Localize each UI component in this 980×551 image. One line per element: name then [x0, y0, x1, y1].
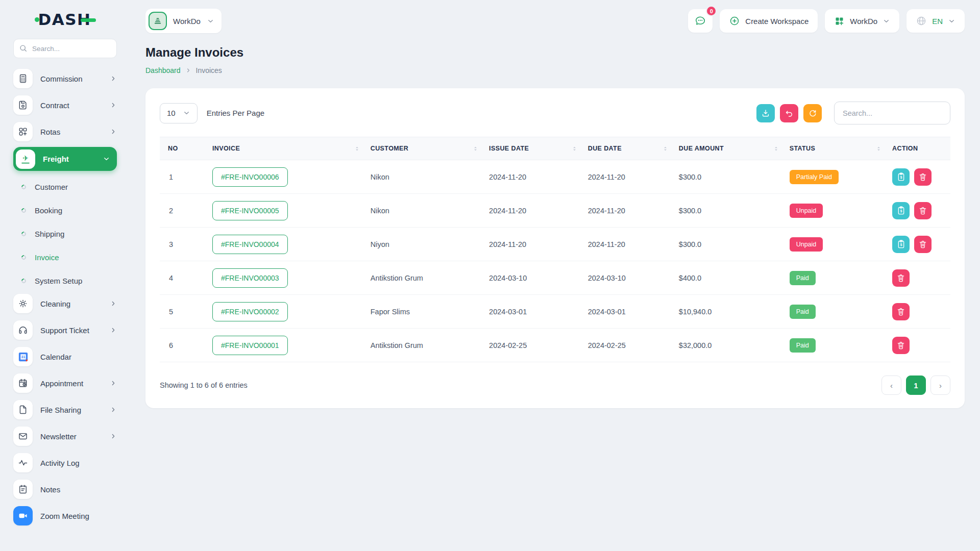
invoice-number-button[interactable]: #FRE-INVO00004 [212, 235, 288, 254]
workspace-chip[interactable]: WorkDo [145, 9, 222, 33]
sidebar-item-label: Zoom Meeting [40, 512, 89, 520]
showing-entries-text: Showing 1 to 6 of 6 entries [160, 381, 248, 389]
sidebar-item-rotas[interactable]: Rotas [13, 120, 117, 143]
cell-no: 6 [160, 329, 207, 362]
sidebar-item-appointment[interactable]: Appointment [13, 372, 117, 394]
column-header-due-date[interactable]: DUE DATE [583, 137, 674, 160]
pagination-page-1-button[interactable]: 1 [906, 375, 926, 395]
table-search-input[interactable] [834, 102, 950, 124]
sidebar-item-freight[interactable]: ✈ Freight [13, 147, 117, 171]
column-header-issue-date[interactable]: ISSUE DATE [484, 137, 583, 160]
column-header-status[interactable]: STATUS [785, 137, 887, 160]
refresh-button[interactable] [803, 104, 822, 122]
workspace-menu-label: WorkDo [850, 17, 877, 26]
sidebar-subitem-customer[interactable]: Customer [13, 175, 117, 198]
delete-button[interactable] [892, 269, 910, 287]
sidebar-search [13, 39, 117, 58]
sidebar-item-commission[interactable]: Commission [13, 67, 117, 90]
refresh-icon [808, 109, 817, 118]
sort-icon [871, 145, 882, 152]
column-header-invoice[interactable]: INVOICE [207, 137, 365, 160]
sidebar-nav: Commission Contract Rotas ✈ Freight Cust… [13, 67, 117, 527]
brand-logo[interactable]: DASH [13, 8, 117, 31]
sidebar-item-calendar[interactable]: 31 Calendar [13, 345, 117, 368]
delete-button[interactable] [914, 202, 932, 219]
create-workspace-button[interactable]: Create Workspace [720, 9, 818, 33]
cell-action [887, 295, 950, 329]
invoice-number-button[interactable]: #FRE-INVO00005 [212, 201, 288, 220]
column-header-label: ACTION [892, 145, 918, 152]
globe-icon [916, 15, 927, 27]
sidebar-item-activity-log[interactable]: Activity Log [13, 452, 117, 474]
invoice-number-button[interactable]: #FRE-INVO00001 [212, 336, 288, 355]
entries-per-page-select[interactable]: 10 [160, 103, 198, 123]
status-badge: Unpaid [790, 237, 823, 252]
file-icon [18, 405, 28, 415]
cell-action: $ [887, 228, 950, 261]
language-selector[interactable]: EN [906, 9, 965, 33]
delete-button[interactable] [892, 337, 910, 354]
pagination: ‹ 1 › [881, 375, 950, 395]
svg-text:$: $ [900, 243, 902, 247]
pagination-next-button[interactable]: › [930, 375, 950, 395]
sidebar-item-file-sharing[interactable]: File Sharing [13, 398, 117, 421]
chevron-right-icon [110, 433, 117, 440]
cell-due-amount: $300.0 [674, 194, 785, 228]
pagination-prev-button[interactable]: ‹ [881, 375, 901, 395]
delete-button[interactable] [914, 168, 932, 186]
undo-button[interactable] [780, 104, 798, 122]
invoice-number-button[interactable]: #FRE-INVO00006 [212, 167, 288, 187]
freight-plane-icon: ✈ [20, 154, 31, 165]
sidebar-item-cleaning[interactable]: Cleaning [13, 292, 117, 315]
sidebar-subitem-invoice[interactable]: Invoice [13, 245, 117, 269]
chevron-down-icon [207, 17, 214, 25]
column-header-due-amount[interactable]: DUE AMOUNT [674, 137, 785, 160]
table-footer: Showing 1 to 6 of 6 entries ‹ 1 › [160, 375, 950, 395]
column-header-label: CUSTOMER [371, 145, 409, 152]
create-workspace-label: Create Workspace [745, 17, 808, 26]
workspace-menu-button[interactable]: WorkDo [825, 9, 899, 33]
delete-button[interactable] [914, 236, 932, 253]
cell-customer: Nikon [365, 194, 484, 228]
cell-no: 1 [160, 160, 207, 194]
calculator-icon [18, 73, 28, 84]
chevron-right-icon [110, 75, 117, 82]
export-button[interactable] [756, 104, 775, 122]
chevron-right-icon [110, 380, 117, 387]
sidebar-item-contract[interactable]: Contract [13, 94, 117, 116]
sidebar-subitem-shipping[interactable]: Shipping [13, 222, 117, 245]
table-header-row: NO INVOICE CUSTOMER ISSUE DATE DUE DATE … [160, 137, 950, 160]
payment-button[interactable]: $ [892, 236, 910, 253]
download-icon [761, 109, 770, 118]
cell-customer: Niyon [365, 228, 484, 261]
table-toolbar: 10 Entries Per Page [160, 102, 950, 124]
language-label: EN [932, 17, 943, 26]
cell-customer: Antikstion Grum [365, 261, 484, 295]
status-badge: Partialy Paid [790, 170, 839, 184]
sidebar-item-support-ticket[interactable]: Support Ticket [13, 319, 117, 341]
sidebar-subitem-system-setup[interactable]: System Setup [13, 269, 117, 292]
delete-button[interactable] [892, 303, 910, 320]
sidebar-search-input[interactable] [13, 39, 117, 58]
nav-icon-tile [13, 320, 33, 340]
messages-button[interactable]: 0 [688, 9, 713, 33]
sidebar-item-label: Rotas [40, 128, 60, 136]
bullet-icon [20, 278, 27, 284]
column-header-customer[interactable]: CUSTOMER [365, 137, 484, 160]
trash-icon [918, 240, 927, 249]
payment-button[interactable]: $ [892, 202, 910, 219]
invoice-number-button[interactable]: #FRE-INVO00003 [212, 268, 288, 288]
breadcrumb-dashboard-link[interactable]: Dashboard [145, 66, 181, 74]
sidebar-item-zoom-meeting[interactable]: Zoom Meeting [13, 505, 117, 527]
invoice-number-button[interactable]: #FRE-INVO00002 [212, 302, 288, 321]
payment-button[interactable]: $ [892, 168, 910, 186]
chevron-down-icon [103, 155, 110, 163]
sidebar-item-newsletter[interactable]: Newsletter [13, 425, 117, 447]
column-header-action[interactable]: ACTION [887, 137, 950, 160]
chevron-right-icon [110, 300, 117, 307]
workspace-chip-label: WorkDo [173, 17, 201, 26]
sidebar-subitem-booking[interactable]: Booking [13, 198, 117, 222]
column-header-no[interactable]: NO [160, 137, 207, 160]
logo-dash-icon [81, 18, 96, 22]
sidebar-item-notes[interactable]: Notes [13, 478, 117, 500]
